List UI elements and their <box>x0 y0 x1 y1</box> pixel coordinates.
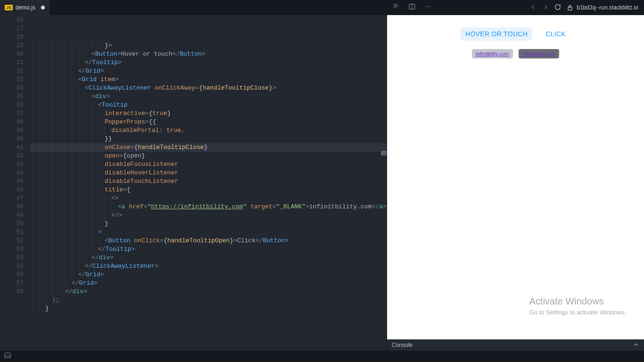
split-editor-icon[interactable] <box>408 3 416 12</box>
line-number: 42 <box>0 152 30 160</box>
format-icon[interactable] <box>392 3 400 12</box>
forward-icon[interactable] <box>542 3 549 12</box>
line-number: 46 <box>0 186 30 194</box>
line-number: 35 <box>0 92 30 101</box>
line-number: 44 <box>0 169 30 177</box>
line-number: 32 <box>0 67 30 75</box>
code-line[interactable]: <Button>Hover or touch</Button> <box>30 50 387 58</box>
code-line[interactable]: </> <box>30 211 387 220</box>
line-number: 38 <box>0 118 30 126</box>
code-line[interactable]: <Grid item> <box>30 75 387 84</box>
svg-point-3 <box>430 6 431 7</box>
line-number-gutter: 2627282930313233343536373839404142434445… <box>0 15 30 351</box>
code-line[interactable]: } <box>30 220 387 228</box>
code-line[interactable]: <Button onClick={handleTooltipOpen}>Clic… <box>30 237 387 245</box>
code-line[interactable]: interactive={true} <box>30 109 387 118</box>
line-number: 39 <box>0 126 30 135</box>
url-host: b1bd2q--run.stackblitz.io <box>577 4 638 11</box>
line-number: 47 <box>0 194 30 203</box>
file-tab[interactable]: JS demo.js <box>0 0 50 15</box>
hover-or-touch-button[interactable]: HOVER OR TOUCH <box>461 27 532 41</box>
line-number: 53 <box>0 245 30 254</box>
console-bar[interactable]: Console <box>387 339 644 351</box>
code-line[interactable]: </Grid> <box>30 67 387 75</box>
unsaved-dot-icon <box>41 6 45 9</box>
line-number: 58 <box>0 288 30 296</box>
code-line[interactable]: <a href="https://infinitbility.com" targ… <box>30 203 387 211</box>
line-number: 52 <box>0 237 30 245</box>
line-number: 30 <box>0 50 30 58</box>
titlebar: JS demo.js b1bd2q--run.stackblitz.io <box>0 0 644 15</box>
code-line[interactable]: > <box>30 228 387 237</box>
editor-pane[interactable]: 2627282930313233343536373839404142434445… <box>0 15 387 351</box>
line-number: 41 <box>0 143 30 152</box>
line-number: 48 <box>0 203 30 211</box>
tooltip-chip-light[interactable]: infinitbility.com <box>472 49 513 58</box>
line-number: 40 <box>0 135 30 143</box>
line-number: 57 <box>0 279 30 288</box>
code-line[interactable]: disableHoverListener <box>30 169 387 177</box>
tab-filename: demo.js <box>16 4 35 11</box>
code-line[interactable]: disablePortal: true, <box>30 126 387 135</box>
status-bar <box>0 351 644 362</box>
code-line[interactable]: } <box>30 304 387 313</box>
back-icon[interactable] <box>529 3 537 12</box>
code-line[interactable]: disableTouchListener <box>30 177 387 186</box>
code-line[interactable]: </Tooltip> <box>30 58 387 67</box>
tooltip-chip-dark[interactable]: infinitbility.com <box>519 49 560 58</box>
preview-address-bar: b1bd2q--run.stackblitz.io <box>529 0 638 15</box>
code-line[interactable]: <ClickAwayListener onClickAway={handleTo… <box>30 84 387 92</box>
code-line[interactable]: <div> <box>30 92 387 101</box>
line-number: 43 <box>0 160 30 169</box>
line-number: 28 <box>0 33 30 41</box>
panel-toggle-icon[interactable] <box>4 352 11 361</box>
line-number: 49 <box>0 211 30 220</box>
code-line[interactable]: PopperProps={{ <box>30 118 387 126</box>
code-line[interactable]: }} <box>30 135 387 143</box>
code-line[interactable]: </Grid> <box>30 279 387 288</box>
reload-icon[interactable] <box>554 3 561 12</box>
tooltip-row: infinitbility.com infinitbility.com <box>387 49 644 58</box>
code-line[interactable]: <Tooltip <box>30 101 387 109</box>
code-line[interactable]: }> <box>30 41 387 50</box>
line-number: 34 <box>0 84 30 92</box>
line-number: 55 <box>0 262 30 271</box>
console-label: Console <box>392 342 413 348</box>
line-number: 36 <box>0 101 30 109</box>
preview-button-row: HOVER OR TOUCH CLICK <box>387 15 644 41</box>
code-line[interactable]: </ClickAwayListener> <box>30 262 387 271</box>
code-line[interactable]: <> <box>30 194 387 203</box>
preview-pane: HOVER OR TOUCH CLICK infinitbility.com i… <box>387 15 644 351</box>
svg-point-2 <box>428 6 429 7</box>
line-number: 45 <box>0 177 30 186</box>
url-display[interactable]: b1bd2q--run.stackblitz.io <box>566 4 638 11</box>
line-number: 31 <box>0 58 30 67</box>
line-number: 56 <box>0 271 30 279</box>
windows-activation-watermark: Activate Windows Go to Settings to activ… <box>529 296 626 316</box>
code-line[interactable]: open={open} <box>30 152 387 160</box>
click-button[interactable]: CLICK <box>541 27 570 41</box>
code-line[interactable]: disableFocusListener <box>30 160 387 169</box>
code-line[interactable]: ); <box>30 296 387 304</box>
code-area[interactable]: }><Button>Hover or touch</Button></Toolt… <box>30 15 387 351</box>
line-number: 29 <box>0 41 30 50</box>
code-line[interactable]: </Tooltip> <box>30 245 387 254</box>
watermark-title: Activate Windows <box>529 296 626 307</box>
lock-icon <box>566 4 574 11</box>
svg-point-1 <box>425 6 426 7</box>
code-line[interactable]: </div> <box>30 254 387 262</box>
code-line[interactable] <box>30 313 387 321</box>
code-line[interactable]: onClose={handleTooltipClose} <box>30 143 387 152</box>
chevron-up-icon[interactable] <box>633 341 639 349</box>
line-number: 27 <box>0 25 30 33</box>
js-badge-icon: JS <box>5 5 13 10</box>
code-line[interactable]: </div> <box>30 288 387 296</box>
code-line[interactable]: </Grid> <box>30 271 387 279</box>
line-number: 54 <box>0 254 30 262</box>
code-line[interactable]: title={ <box>30 186 387 194</box>
more-icon[interactable] <box>424 3 432 12</box>
line-number: 51 <box>0 228 30 237</box>
line-number: 37 <box>0 109 30 118</box>
preview-content[interactable]: HOVER OR TOUCH CLICK infinitbility.com i… <box>387 15 644 339</box>
overview-ruler <box>381 15 387 351</box>
